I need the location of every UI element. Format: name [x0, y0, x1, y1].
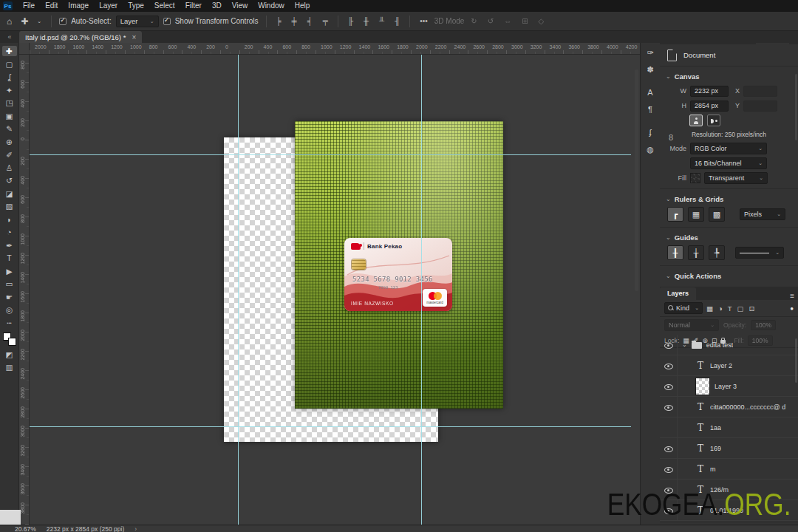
eyedropper-tool[interactable]: ✎ — [2, 123, 17, 134]
layer-visibility-toggle[interactable] — [660, 376, 678, 396]
move-tool[interactable]: ✚ — [2, 46, 17, 56]
orientation-landscape-button[interactable] — [707, 115, 720, 126]
layer-visibility-toggle[interactable] — [660, 355, 678, 375]
menu-type[interactable]: Type — [123, 0, 149, 12]
shape-tool[interactable]: ▭ — [2, 279, 17, 289]
brush-settings-icon[interactable]: ✑ — [642, 45, 658, 60]
brushes-icon[interactable]: ✽ — [642, 62, 658, 77]
libraries-panel-icon[interactable]: ◍ — [642, 142, 658, 157]
link-dimensions-icon[interactable]: 8 — [669, 133, 673, 142]
eraser-tool[interactable]: ◪ — [2, 188, 17, 199]
horizontal-guide-2[interactable] — [30, 426, 631, 427]
show-transform-checkbox[interactable] — [163, 18, 171, 25]
layer-row[interactable]: T1aa — [660, 417, 798, 438]
lasso-tool[interactable]: ʆ — [2, 72, 17, 82]
align-top-edges-icon[interactable]: ╤ — [321, 17, 330, 25]
glyphs-panel-icon[interactable]: ʄ — [642, 125, 658, 140]
orientation-portrait-button[interactable] — [689, 115, 703, 126]
filter-toggle-icon[interactable]: ● — [790, 305, 794, 312]
menu-edit[interactable]: Edit — [40, 0, 63, 12]
layer-visibility-toggle[interactable] — [660, 335, 678, 355]
chevron-down-icon[interactable]: ⌄ — [682, 341, 687, 348]
bit-depth-dropdown[interactable]: 16 Bits/Channel⌄ — [690, 157, 767, 169]
filter-smart-objects-icon[interactable]: ⊡ — [748, 304, 756, 313]
ruler-units-dropdown[interactable]: Pixels⌄ — [740, 208, 785, 220]
filter-type-layers-icon[interactable]: T — [727, 304, 733, 313]
layer-row[interactable]: ⌄edita test — [660, 335, 798, 355]
screen-mode-button[interactable]: ▥ — [2, 362, 17, 372]
menu-filter[interactable]: Filter — [180, 0, 207, 12]
menu-window[interactable]: Window — [253, 0, 290, 12]
dodge-tool[interactable]: ◔ — [2, 227, 17, 237]
rulers-toggle-icon[interactable]: ┏ — [667, 207, 683, 222]
zoom-tool[interactable]: ◎ — [2, 304, 17, 315]
brush-tool[interactable]: ✐ — [2, 149, 17, 160]
opacity-field[interactable]: 100% — [751, 320, 776, 330]
align-left-edges-icon[interactable]: ╞ — [274, 17, 284, 25]
history-brush-tool[interactable]: ↺ — [2, 175, 17, 185]
layer-filter-kind-dropdown[interactable]: Kind ⌄ — [664, 302, 703, 314]
tab-layers[interactable]: Layers — [660, 287, 696, 300]
guide-style-dropdown[interactable]: ⌄ — [735, 247, 784, 259]
layer-row[interactable]: Tm — [660, 459, 798, 480]
align-horizontal-centers-icon[interactable]: ╪ — [290, 17, 299, 25]
add-guides-icon[interactable]: ╂ — [667, 245, 683, 260]
home-icon[interactable]: ⌂ — [4, 16, 14, 27]
blur-tool[interactable]: ◗ — [2, 214, 17, 225]
clone-stamp-tool[interactable]: ♙ — [2, 163, 17, 173]
zoom-level[interactable]: 20.67% — [15, 525, 36, 532]
panel-menu-icon[interactable]: ≡ — [786, 292, 798, 300]
properties-scrollbar[interactable] — [795, 74, 797, 140]
paragraph-panel-icon[interactable]: ¶ — [642, 102, 658, 117]
marquee-tool[interactable]: ▢ — [2, 59, 17, 69]
more-options-icon[interactable]: ••• — [417, 17, 430, 25]
menu-help[interactable]: Help — [290, 0, 316, 12]
pixel-grid-toggle-icon[interactable]: ▩ — [709, 207, 725, 222]
menu-layer[interactable]: Layer — [94, 0, 123, 12]
menu-select[interactable]: Select — [149, 0, 180, 12]
guide-layout-icon[interactable]: ╁ — [688, 245, 704, 260]
menu-file[interactable]: File — [18, 0, 40, 12]
height-field[interactable]: 2854 px — [690, 100, 729, 112]
canvas-fill-dropdown[interactable]: Transparent⌄ — [704, 172, 768, 184]
menu-3d[interactable]: 3D — [207, 0, 227, 12]
distribute-center-icon[interactable]: ╫ — [361, 17, 371, 25]
rulers-grids-section-header[interactable]: ⌄ Rulers & Grids — [660, 192, 798, 205]
horizontal-guide-1[interactable] — [30, 154, 631, 155]
pasteboard[interactable]: Bank Pekao 5234 5678 9012 3456 7890 123 … — [30, 55, 640, 525]
path-selection-tool[interactable]: ▶ — [2, 266, 17, 276]
distribute-spacing-icon[interactable]: ╢ — [392, 17, 402, 25]
fill-swatch[interactable] — [690, 173, 700, 183]
distribute-left-icon[interactable]: ╟ — [346, 17, 355, 25]
layer-row[interactable]: TLayer 2 — [660, 355, 798, 376]
color-mode-dropdown[interactable]: RGB Color⌄ — [690, 143, 767, 154]
toolbar-collapse-icon[interactable]: « — [0, 31, 19, 43]
canvas-section-header[interactable]: ⌄ Canvas — [660, 69, 798, 83]
grid-toggle-icon[interactable]: ▦ — [688, 207, 704, 222]
layer-visibility-toggle[interactable] — [660, 417, 678, 437]
layer-visibility-toggle[interactable] — [660, 459, 678, 479]
hand-tool[interactable]: ☛ — [2, 292, 17, 302]
status-chevron-icon[interactable]: › — [134, 525, 137, 532]
credit-card-layer[interactable]: Bank Pekao 5234 5678 9012 3456 7890 123 … — [344, 238, 452, 311]
quick-actions-section-header[interactable]: ⌄ Quick Actions — [660, 269, 798, 282]
document-tab[interactable]: Italy id.psd @ 20.7% (RGB/16) * × — [19, 31, 142, 43]
canvas-scrollbar[interactable] — [635, 69, 638, 291]
menu-view[interactable]: View — [227, 0, 253, 12]
width-field[interactable]: 2232 px — [690, 86, 729, 97]
auto-select-target-dropdown[interactable]: Layer⌄ — [116, 16, 159, 27]
guides-section-header[interactable]: ⌄ Guides — [660, 231, 798, 244]
layer-visibility-toggle[interactable] — [660, 397, 678, 417]
align-right-edges-icon[interactable]: ╡ — [305, 17, 315, 25]
lock-guides-icon[interactable]: ╄ — [709, 245, 725, 260]
type-tool[interactable]: T — [2, 253, 17, 263]
layer-row[interactable]: Layer 3 — [660, 376, 798, 397]
menu-image[interactable]: Image — [63, 0, 94, 12]
frame-tool[interactable]: ▣ — [2, 111, 17, 121]
filter-shape-layers-icon[interactable]: ▢ — [737, 304, 745, 313]
crop-tool[interactable]: ◳ — [2, 98, 17, 108]
foreground-background-swatches[interactable] — [2, 332, 17, 347]
quick-mask-button[interactable]: ◩ — [2, 349, 17, 360]
blend-mode-dropdown[interactable]: Normal⌄ — [664, 319, 719, 331]
distribute-vertical-icon[interactable]: ╨ — [377, 17, 386, 25]
